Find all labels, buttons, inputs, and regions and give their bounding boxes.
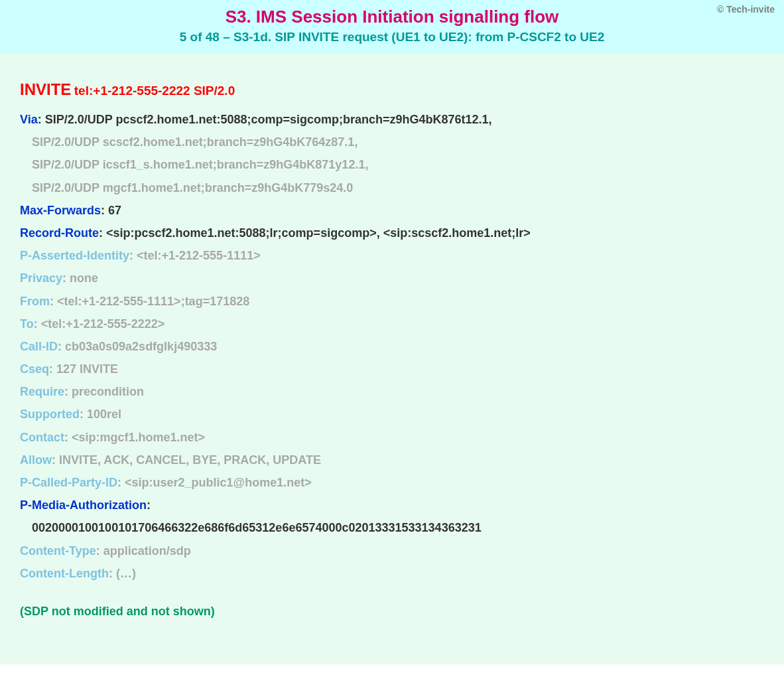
sip-header-line: Allow: INVITE, ACK, CANCEL, BYE, PRACK, … <box>20 449 764 471</box>
sip-header-line: P-Called-Party-ID: <sip:user2_public1@ho… <box>20 471 764 494</box>
sip-header-value: 127 INVITE <box>56 362 118 376</box>
sip-header-line: P-Asserted-Identity: <tel:+1-212-555-111… <box>20 244 764 267</box>
sip-header-name: Via <box>20 113 38 126</box>
sip-header-line: P-Media-Authorization: <box>20 494 764 516</box>
sip-header-value: INVITE, ACK, CANCEL, BYE, PRACK, UPDATE <box>59 453 321 467</box>
sip-header-value: application/sdp <box>103 544 191 558</box>
sip-header-value: SIP/2.0/UDP pcscf2.home1.net:5088;comp=s… <box>45 113 492 126</box>
sip-header-value: 67 <box>108 204 121 217</box>
sip-header-line: Supported: 100rel <box>20 403 764 425</box>
sip-header-line: Content-Length: (…) <box>20 562 764 585</box>
sip-header-name: Supported <box>20 408 80 421</box>
sip-header-value: 100rel <box>87 408 121 421</box>
header-banner: © Tech-invite S3. IMS Session Initiation… <box>0 0 784 54</box>
sip-header-name: Allow <box>20 453 52 467</box>
sip-header-line: To: <tel:+1-212-555-2222> <box>20 313 764 335</box>
sip-header-line: Max-Forwards: 67 <box>20 199 764 222</box>
sip-header-name: Privacy <box>20 271 62 285</box>
sip-header-name: Cseq <box>20 362 49 376</box>
sip-header-name: P-Media-Authorization <box>20 498 147 512</box>
sip-headers: Via: SIP/2.0/UDP pcscf2.home1.net:5088;c… <box>20 108 764 585</box>
sip-header-name: Call-ID <box>20 340 58 353</box>
sip-header-name: Content-Length <box>20 567 109 580</box>
sip-header-value: precondition <box>72 385 144 398</box>
sip-header-name: To <box>20 317 34 331</box>
sip-header-continuation: SIP/2.0/UDP icscf1_s.home1.net;branch=z9… <box>20 153 764 176</box>
sip-header-line: Privacy: none <box>20 267 764 289</box>
sip-header-name: Max-Forwards <box>20 204 101 217</box>
sip-header-value: cb03a0s09a2sdfglkj490333 <box>65 340 217 353</box>
sip-request-line: INVITE tel:+1-212-555-2222 SIP/2.0 <box>20 80 764 99</box>
sip-header-line: Via: SIP/2.0/UDP pcscf2.home1.net:5088;c… <box>20 108 764 131</box>
sip-header-value: <sip:pcscf2.home1.net:5088;lr;comp=sigco… <box>106 226 531 240</box>
sip-header-name: From <box>20 295 50 308</box>
sip-header-value: <sip:user2_public1@home1.net> <box>125 476 312 489</box>
sip-header-value: <tel:+1-212-555-1111>;tag=171828 <box>57 295 249 308</box>
sip-header-name: Content-Type <box>20 544 96 558</box>
sip-header-line: Record-Route: <sip:pcscf2.home1.net:5088… <box>20 222 764 244</box>
message-body: INVITE tel:+1-212-555-2222 SIP/2.0 Via: … <box>0 54 784 664</box>
copyright-label: © Tech-invite <box>717 4 775 15</box>
page-title: S3. IMS Session Initiation signalling fl… <box>13 7 771 27</box>
sip-header-line: Require: precondition <box>20 380 764 403</box>
sip-header-value: (…) <box>116 567 136 580</box>
sip-request-uri: tel:+1-212-555-2222 SIP/2.0 <box>74 84 235 98</box>
sip-header-value: none <box>70 271 98 285</box>
sip-header-value: <sip:mgcf1.home1.net> <box>72 431 205 444</box>
sip-header-name: Contact <box>20 431 64 444</box>
page-subtitle: 5 of 48 – S3-1d. SIP INVITE request (UE1… <box>13 30 771 44</box>
sip-header-continuation: 0020000100100101706466322e686f6d65312e6e… <box>20 516 764 539</box>
sip-header-continuation: SIP/2.0/UDP mgcf1.home1.net;branch=z9hG4… <box>20 177 764 199</box>
sip-header-line: Content-Type: application/sdp <box>20 540 764 562</box>
sip-header-name: Record-Route <box>20 226 99 240</box>
sdp-note: (SDP not modified and not shown) <box>20 605 764 619</box>
sip-header-line: From: <tel:+1-212-555-1111>;tag=171828 <box>20 290 764 313</box>
sip-header-line: Cseq: 127 INVITE <box>20 358 764 380</box>
sip-header-line: Call-ID: cb03a0s09a2sdfglkj490333 <box>20 335 764 358</box>
sip-header-continuation: SIP/2.0/UDP scscf2.home1.net;branch=z9hG… <box>20 131 764 153</box>
sip-header-name: P-Called-Party-ID <box>20 476 117 489</box>
sip-method: INVITE <box>20 80 71 98</box>
sip-header-name: Require <box>20 385 64 398</box>
sip-header-line: Contact: <sip:mgcf1.home1.net> <box>20 426 764 449</box>
sip-header-value: <tel:+1-212-555-2222> <box>41 317 165 331</box>
sip-header-value: <tel:+1-212-555-1111> <box>137 249 261 262</box>
sip-header-name: P-Asserted-Identity <box>20 249 129 262</box>
